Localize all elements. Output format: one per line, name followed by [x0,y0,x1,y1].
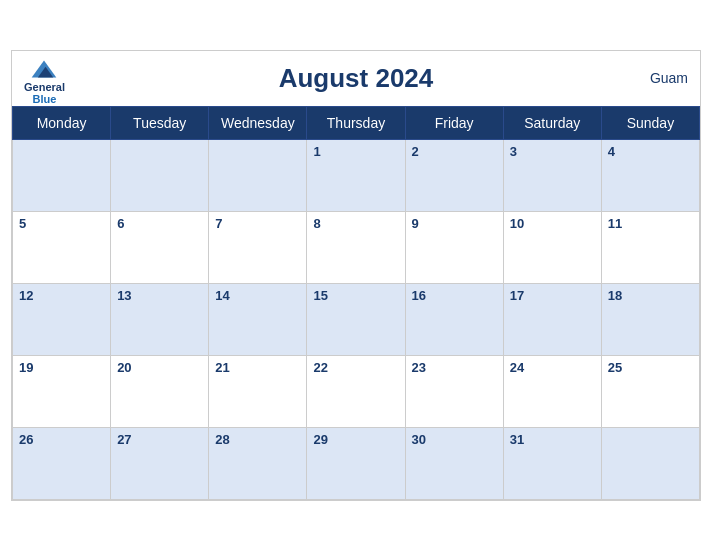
day-cell-1: 1 [307,139,405,211]
day-cell-13: 13 [111,283,209,355]
day-number: 12 [19,288,33,303]
day-cell-19: 19 [13,355,111,427]
day-number: 18 [608,288,622,303]
week-row-2: 567891011 [13,211,700,283]
day-number: 10 [510,216,524,231]
day-number: 30 [412,432,426,447]
day-cell-10: 10 [503,211,601,283]
region-label: Guam [650,70,688,86]
day-number: 19 [19,360,33,375]
calendar-header: General Blue August 2024 Guam [12,51,700,106]
day-number: 7 [215,216,222,231]
day-cell-29: 29 [307,427,405,499]
day-number: 21 [215,360,229,375]
day-cell-12: 12 [13,283,111,355]
day-number: 3 [510,144,517,159]
weekday-header-row: Monday Tuesday Wednesday Thursday Friday… [13,106,700,139]
day-number: 14 [215,288,229,303]
day-number: 23 [412,360,426,375]
week-row-4: 19202122232425 [13,355,700,427]
empty-cell-0-2 [209,139,307,211]
col-wednesday: Wednesday [209,106,307,139]
empty-cell-4-6 [601,427,699,499]
day-number: 15 [313,288,327,303]
day-number: 29 [313,432,327,447]
week-row-3: 12131415161718 [13,283,700,355]
empty-cell-0-1 [111,139,209,211]
day-cell-9: 9 [405,211,503,283]
day-cell-8: 8 [307,211,405,283]
day-cell-2: 2 [405,139,503,211]
day-cell-3: 3 [503,139,601,211]
empty-cell-0-0 [13,139,111,211]
day-number: 11 [608,216,622,231]
day-number: 28 [215,432,229,447]
day-cell-5: 5 [13,211,111,283]
day-cell-14: 14 [209,283,307,355]
week-row-1: 1234 [13,139,700,211]
col-monday: Monday [13,106,111,139]
day-number: 9 [412,216,419,231]
day-cell-4: 4 [601,139,699,211]
day-number: 17 [510,288,524,303]
day-cell-26: 26 [13,427,111,499]
logo-blue: Blue [33,93,57,105]
day-cell-24: 24 [503,355,601,427]
day-cell-23: 23 [405,355,503,427]
day-cell-30: 30 [405,427,503,499]
logo-icon [30,59,58,79]
day-cell-20: 20 [111,355,209,427]
col-tuesday: Tuesday [111,106,209,139]
col-saturday: Saturday [503,106,601,139]
col-sunday: Sunday [601,106,699,139]
day-number: 2 [412,144,419,159]
day-cell-11: 11 [601,211,699,283]
calendar-title: August 2024 [28,63,684,94]
day-number: 6 [117,216,124,231]
day-number: 25 [608,360,622,375]
day-number: 22 [313,360,327,375]
day-number: 31 [510,432,524,447]
logo-general: General [24,81,65,93]
day-cell-31: 31 [503,427,601,499]
day-number: 24 [510,360,524,375]
day-cell-16: 16 [405,283,503,355]
day-cell-15: 15 [307,283,405,355]
day-cell-28: 28 [209,427,307,499]
day-number: 26 [19,432,33,447]
col-thursday: Thursday [307,106,405,139]
col-friday: Friday [405,106,503,139]
day-cell-22: 22 [307,355,405,427]
day-number: 27 [117,432,131,447]
calendar-grid: Monday Tuesday Wednesday Thursday Friday… [12,106,700,500]
day-number: 5 [19,216,26,231]
week-row-5: 262728293031 [13,427,700,499]
day-cell-7: 7 [209,211,307,283]
day-number: 20 [117,360,131,375]
day-cell-25: 25 [601,355,699,427]
day-cell-18: 18 [601,283,699,355]
logo-area: General Blue [24,59,65,105]
day-number: 1 [313,144,320,159]
day-cell-21: 21 [209,355,307,427]
day-number: 16 [412,288,426,303]
day-cell-6: 6 [111,211,209,283]
calendar-container: General Blue August 2024 Guam Monday Tue… [11,50,701,501]
day-number: 13 [117,288,131,303]
day-cell-17: 17 [503,283,601,355]
calendar-body: 1234567891011121314151617181920212223242… [13,139,700,499]
day-cell-27: 27 [111,427,209,499]
day-number: 4 [608,144,615,159]
day-number: 8 [313,216,320,231]
